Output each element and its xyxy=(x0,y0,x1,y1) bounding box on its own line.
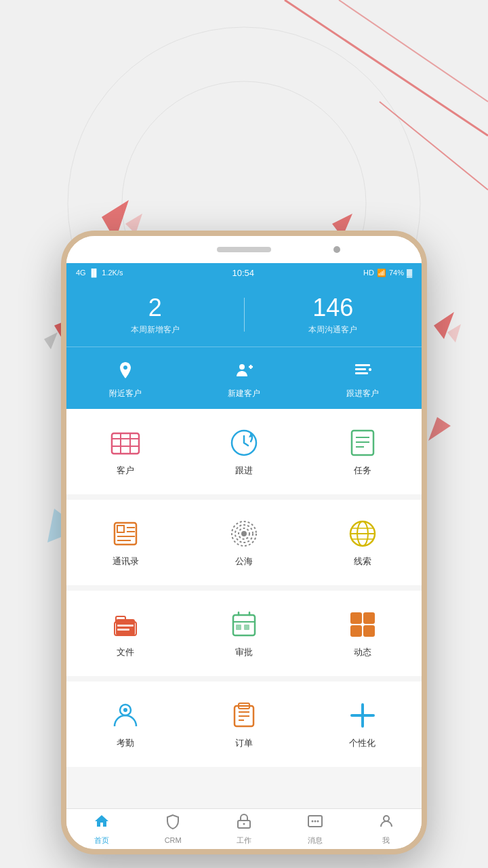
grid-item-contacts[interactable]: 通讯录 xyxy=(66,513,185,572)
stat-new-label: 本周新增客户 xyxy=(66,324,244,336)
grid-item-sea[interactable]: 公海 xyxy=(185,513,304,572)
task-label: 任务 xyxy=(354,465,371,477)
grid-row-3: 文件 审批 xyxy=(66,597,422,669)
stat-contacted-label: 本周沟通客户 xyxy=(245,324,422,336)
order-label: 订单 xyxy=(235,737,253,749)
svg-rect-18 xyxy=(355,364,370,366)
grid-item-followup[interactable]: 跟进 xyxy=(185,422,304,481)
quick-action-new[interactable]: 新建客户 xyxy=(228,357,260,399)
stat-new-customers: 2 本周新增客户 xyxy=(66,294,244,336)
svg-rect-23 xyxy=(112,433,139,454)
grid-row-4: 考勤 订单 xyxy=(66,688,422,760)
grid-item-leads[interactable]: 线索 xyxy=(303,513,422,572)
grid-item-file[interactable]: 文件 xyxy=(66,604,185,663)
svg-point-15 xyxy=(239,364,245,370)
followup-label: 跟进 xyxy=(235,465,253,477)
quick-actions-row: 附近客户 新建客户 xyxy=(66,347,422,409)
wifi-icon: 📶 xyxy=(377,269,386,277)
new-customer-label: 新建客户 xyxy=(228,388,260,399)
status-right: HD 📶 74% ▓ xyxy=(363,269,412,277)
status-time: 10:54 xyxy=(232,268,254,278)
nav-item-crm[interactable]: CRM xyxy=(138,814,209,844)
file-icon xyxy=(109,608,142,641)
svg-line-2 xyxy=(285,0,488,136)
home-nav-label: 首页 xyxy=(94,835,109,846)
svg-marker-12 xyxy=(44,332,58,349)
battery-percent: 74% xyxy=(389,269,404,277)
svg-rect-62 xyxy=(363,625,375,637)
svg-marker-13 xyxy=(428,417,451,441)
personalize-label: 个性化 xyxy=(349,737,375,749)
grid-item-dynamic[interactable]: 动态 xyxy=(303,604,422,663)
status-left: 4G ▐▌ 1.2K/s xyxy=(76,269,123,277)
approval-icon xyxy=(228,608,260,641)
nearby-icon xyxy=(112,357,139,384)
signal-bars: ▐▌ xyxy=(89,269,100,277)
grid-item-order[interactable]: 订单 xyxy=(185,695,304,753)
svg-line-4 xyxy=(380,102,488,190)
phone-camera xyxy=(333,246,340,253)
svg-rect-52 xyxy=(117,629,129,631)
customer-icon xyxy=(109,427,142,459)
svg-rect-51 xyxy=(117,625,134,627)
crm-nav-label: CRM xyxy=(165,836,182,844)
grid-item-attendance[interactable]: 考勤 xyxy=(66,695,185,753)
stat-contacted-customers: 146 本周沟通客户 xyxy=(245,294,422,336)
me-nav-label: 我 xyxy=(382,835,390,846)
svg-point-78 xyxy=(384,816,389,821)
svg-point-75 xyxy=(311,820,313,822)
quick-action-followup[interactable]: 跟进客户 xyxy=(346,357,379,399)
nav-item-message[interactable]: 消息 xyxy=(279,813,350,846)
order-icon xyxy=(228,699,260,732)
svg-rect-57 xyxy=(236,625,241,630)
task-icon xyxy=(346,427,379,459)
followup-label: 跟进客户 xyxy=(346,388,379,399)
grid-item-personalize[interactable]: 个性化 xyxy=(303,695,422,753)
phone-speaker xyxy=(217,247,271,252)
app-body: 客户 跟进 xyxy=(66,409,422,840)
attendance-icon xyxy=(109,699,142,732)
leads-label: 线索 xyxy=(354,555,371,568)
dynamic-icon xyxy=(346,608,379,641)
followup-icon xyxy=(228,427,260,459)
grid-row-1: 客户 跟进 xyxy=(66,416,422,488)
nav-item-home[interactable]: 首页 xyxy=(66,813,138,846)
header-section: 2 本周新增客户 146 本周沟通客户 附近客户 xyxy=(66,282,422,409)
stat-new-number: 2 xyxy=(66,294,244,321)
nav-item-me[interactable]: 我 xyxy=(350,813,422,846)
grid-item-customer[interactable]: 客户 xyxy=(66,422,185,481)
quick-action-nearby[interactable]: 附近客户 xyxy=(109,357,142,399)
svg-point-77 xyxy=(317,820,319,822)
battery-icon: ▓ xyxy=(407,269,412,277)
network-indicator: 4G xyxy=(76,269,86,277)
grid-section-3: 文件 审批 xyxy=(66,591,422,676)
svg-point-64 xyxy=(123,708,127,712)
phone-frame: 4G ▐▌ 1.2K/s 10:54 HD 📶 74% ▓ 2 本周新增客户 1… xyxy=(61,231,427,854)
svg-line-3 xyxy=(339,0,488,102)
leads-icon xyxy=(346,517,379,550)
svg-marker-9 xyxy=(434,312,454,339)
grid-item-task[interactable]: 任务 xyxy=(303,422,422,481)
grid-section-2: 通讯录 公海 xyxy=(66,500,422,585)
home-nav-icon xyxy=(94,813,110,833)
nav-item-work[interactable]: 工作 xyxy=(209,813,280,846)
file-label: 文件 xyxy=(117,646,134,658)
new-customer-icon xyxy=(230,357,258,384)
personalize-icon xyxy=(346,699,379,732)
svg-rect-60 xyxy=(363,612,375,624)
crm-nav-icon xyxy=(165,814,181,834)
svg-point-76 xyxy=(314,820,316,822)
speed-indicator: 1.2K/s xyxy=(102,269,123,277)
bottom-nav: 首页 CRM 工作 xyxy=(66,808,422,849)
svg-rect-59 xyxy=(350,612,362,624)
grid-row-2: 通讯录 公海 xyxy=(66,507,422,578)
customer-label: 客户 xyxy=(117,465,134,477)
hd-badge: HD xyxy=(363,269,374,277)
svg-point-73 xyxy=(243,823,245,825)
svg-marker-10 xyxy=(447,324,461,342)
svg-point-39 xyxy=(241,531,247,536)
status-bar: 4G ▐▌ 1.2K/s 10:54 HD 📶 74% ▓ xyxy=(66,263,422,282)
contacts-icon xyxy=(109,517,142,550)
grid-item-approval[interactable]: 审批 xyxy=(185,604,304,663)
dynamic-label: 动态 xyxy=(354,646,371,658)
